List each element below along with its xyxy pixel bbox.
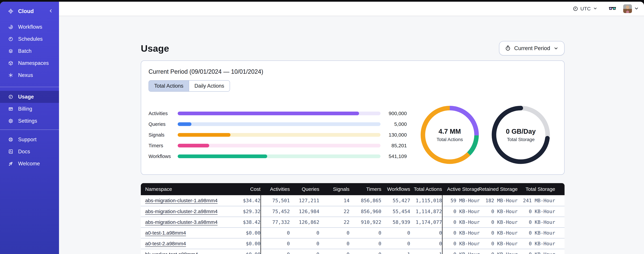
sidebar-item-label: Usage (18, 94, 34, 100)
usage-charts: Activities 900,000Queries 5,000Signals 1… (148, 105, 557, 165)
sidebar-item-support[interactable]: Support (0, 134, 59, 146)
cell-workflows: 58,939 (381, 217, 410, 227)
total-actions-value: 4.7 MM (438, 128, 461, 135)
usage-icon (8, 94, 14, 100)
cell-retained-storage: 0 KB-Hour (480, 217, 518, 227)
cell-queries: 126,862 (290, 217, 319, 227)
cell-cost: $29.32 (218, 206, 260, 217)
namespace-link[interactable]: a0-test-2.a98mm4 (145, 241, 186, 246)
cell-timers: 910,922 (350, 217, 381, 227)
docs-icon (8, 149, 14, 154)
sidebar-item-settings[interactable]: Settings (0, 115, 59, 127)
namespace-link[interactable]: abs-migration-cluster-2.a98mm4 (145, 208, 218, 214)
cell-active-storage: 0 KB-Hour (442, 238, 480, 249)
bar-label: Queries (148, 122, 178, 127)
avatar[interactable] (623, 4, 632, 13)
total-storage-value: 0 GB/Day (506, 128, 536, 135)
cell-timers: 0 (350, 227, 381, 238)
sidebar-item-workflows[interactable]: Workflows (0, 21, 59, 33)
bar-label: Signals (148, 132, 178, 138)
cell-active-storage: 59 MB-Hour (442, 195, 480, 206)
cell-queries: 0 (290, 238, 319, 249)
sidebar-item-label: Batch (18, 48, 32, 54)
billing-icon (8, 106, 14, 112)
cell-total-storage: 0 KB-Hour (518, 217, 555, 227)
table-body: abs-migration-cluster-1.a98mm4$34.4275,5… (141, 195, 564, 254)
bar-track (178, 144, 380, 148)
cell-cost: $0.00 (218, 227, 260, 238)
tab-total-actions[interactable]: Total Actions (149, 80, 189, 91)
namespace-link[interactable]: abs-migration-cluster-3.a98mm4 (145, 219, 218, 225)
sidebar: Cloud WorkflowsSchedulesBatchNamespacesN… (0, 2, 59, 254)
cell-activities: 0 (261, 249, 290, 254)
table-row: bk-worker-test.a98mm4$0.000000110 KB-Hou… (141, 249, 564, 254)
cell-workflows: 1 (381, 249, 410, 254)
tab-daily-actions[interactable]: Daily Actions (189, 80, 230, 91)
table-spacer (555, 238, 564, 249)
table-row: abs-migration-cluster-2.a98mm4$29.3275,4… (141, 206, 564, 217)
sidebar-item-docs[interactable]: Docs (0, 146, 59, 158)
namespace-link[interactable]: bk-worker-test.a98mm4 (145, 252, 198, 254)
sidebar-item-label: Workflows (18, 24, 42, 30)
page-header: Usage Current Period (141, 41, 564, 56)
sidebar-item-usage[interactable]: Usage (0, 91, 59, 103)
sidebar-item-label: Settings (18, 118, 37, 124)
sidebar-item-billing[interactable]: Billing (0, 103, 59, 115)
cell-timers: 856,865 (350, 195, 381, 206)
sidebar-item-schedules[interactable]: Schedules (0, 33, 59, 45)
column-header-active-storage: Active Storage (442, 183, 480, 195)
app-window: Cloud WorkflowsSchedulesBatchNamespacesN… (0, 2, 644, 254)
cell-queries: 0 (290, 227, 319, 238)
cell-namespace[interactable]: a0-test-2.a98mm4 (141, 238, 218, 249)
bar-row-activities: Activities 900,000 (148, 108, 407, 119)
actions-tab-group: Total Actions Daily Actions (148, 80, 230, 92)
column-header-timers: Timers (350, 183, 381, 195)
account-menu-chevron-down-icon[interactable] (634, 6, 639, 12)
cell-signals: 0 (319, 227, 350, 238)
sidebar-item-namespaces[interactable]: Namespaces (0, 57, 59, 69)
table-row: abs-migration-cluster-3.a98mm4$38.4277,3… (141, 217, 564, 227)
cell-activities: 0 (261, 238, 290, 249)
period-selector-button[interactable]: Current Period (499, 41, 564, 56)
table-header: NamespaceCostActivitiesQueriesSignalsTim… (141, 183, 564, 195)
column-header-cost: Cost (218, 183, 260, 195)
table-spacer (555, 249, 564, 254)
cell-namespace[interactable]: a0-test-1.a98mm4 (141, 227, 218, 238)
table-spacer (555, 183, 564, 195)
cell-timers: 0 (350, 249, 381, 254)
schedules-icon (8, 36, 14, 42)
sidebar-collapse-icon[interactable] (48, 9, 53, 14)
bar-value: 85,201 (380, 143, 407, 148)
bar-value: 5,000 (380, 121, 407, 127)
sidebar-item-label: Namespaces (18, 60, 49, 66)
preview-glasses-icon[interactable] (608, 6, 616, 12)
cell-active-storage: 0 KB-Hour (442, 249, 480, 254)
usage-card: Current Period (09/01/2024 — 10/01/2024)… (141, 60, 564, 175)
sidebar-item-nexus[interactable]: Nexus (0, 69, 59, 81)
cell-total-actions: 1,115,018 (410, 195, 442, 206)
cell-namespace[interactable]: abs-migration-cluster-2.a98mm4 (141, 206, 218, 217)
bar-label: Workflows (148, 154, 178, 159)
cell-signals: 14 (319, 195, 350, 206)
cell-total-storage: 0 KB-Hour (518, 227, 555, 238)
timezone-selector[interactable]: UTC (573, 6, 598, 12)
settings-icon (8, 118, 14, 124)
bar-track (178, 112, 380, 115)
cell-namespace[interactable]: bk-worker-test.a98mm4 (141, 249, 218, 254)
chevron-down-icon (554, 46, 558, 51)
cell-total-storage: 241 MB-Hour (518, 195, 555, 206)
cell-workflows: 0 (381, 227, 410, 238)
cell-namespace[interactable]: abs-migration-cluster-1.a98mm4 (141, 195, 218, 206)
cell-total-actions: 0 (410, 238, 442, 249)
sidebar-item-batch[interactable]: Batch (0, 45, 59, 57)
cell-queries: 0 (290, 249, 319, 254)
cell-namespace[interactable]: abs-migration-cluster-3.a98mm4 (141, 217, 218, 227)
support-icon (8, 137, 14, 142)
main-area: UTC Usage (59, 2, 644, 254)
namespace-link[interactable]: abs-migration-cluster-1.a98mm4 (145, 198, 218, 204)
brand-label: Cloud (18, 8, 48, 14)
cell-cost: $0.00 (218, 238, 260, 249)
sidebar-item-welcome[interactable]: Welcome (0, 158, 59, 170)
table-spacer (555, 227, 564, 238)
namespace-link[interactable]: a0-test-1.a98mm4 (145, 230, 186, 236)
